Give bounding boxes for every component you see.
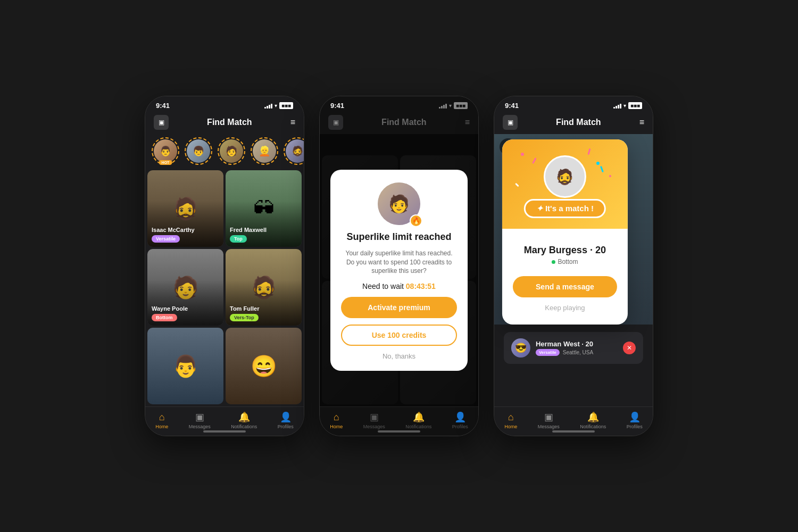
nav-home-3[interactable]: ⌂ Home	[504, 412, 517, 429]
nav-profiles-2[interactable]: 👤 Profiles	[452, 411, 468, 429]
nav-messages-3[interactable]: ▣ Messages	[538, 411, 560, 429]
nav-profiles-1[interactable]: 👤 Profiles	[278, 411, 294, 429]
nav-notifications-3[interactable]: 🔔 Notifications	[580, 411, 606, 429]
grid-card-2[interactable]: 🕶 Fred Maxwell Top	[226, 170, 302, 247]
hot-badge: HOT	[159, 160, 172, 165]
nav-home-2[interactable]: ⌂ Home	[330, 412, 343, 429]
online-dot	[552, 260, 555, 264]
grid-card-4[interactable]: 🧔 Tom Fuller Vers-Top	[226, 249, 302, 326]
herman-sub: Versatile Seattle, USA	[536, 349, 618, 356]
nav-notifications-2[interactable]: 🔔 Notifications	[405, 411, 431, 429]
herman-tag: Versatile	[536, 349, 560, 356]
nav-home-label-2: Home	[330, 424, 343, 429]
nav-profiles-label-3: Profiles	[627, 424, 643, 429]
use-credits-button[interactable]: Use 100 credits	[341, 325, 457, 346]
messages-icon-3: ▣	[544, 411, 553, 423]
menu-icon-2[interactable]: ≡	[465, 118, 470, 127]
grid-icon-2[interactable]: ▣	[328, 115, 343, 130]
app-header-3: ▣ Find Match ≡	[494, 112, 653, 134]
modal-card: 🧑 🔥 Superlike limit reached Your daily s…	[330, 170, 468, 371]
status-icons-3: ▾ ■■■	[613, 102, 642, 109]
signal-icon-3	[613, 103, 621, 109]
home-icon-2: ⌂	[334, 412, 339, 423]
story-item-2[interactable]: 👦	[185, 137, 212, 165]
profile-icon-2: 👤	[454, 411, 466, 423]
modal-description: Your daily superlike limit has reached. …	[341, 249, 457, 276]
home-indicator-2	[378, 430, 420, 433]
story-item-5[interactable]: 🧔	[284, 137, 304, 165]
herman-card[interactable]: 😎 Herman West · 20 Versatile Seattle, US…	[504, 332, 643, 364]
grid-card-1[interactable]: 🧔 Isaac McCarthy Versatile	[147, 170, 223, 247]
nav-home-label-3: Home	[504, 424, 517, 429]
signal-icon-2	[439, 103, 447, 109]
home-icon-3: ⌂	[508, 412, 514, 423]
header-title-3: Find Match	[556, 118, 601, 127]
profile-icon-3: 👤	[629, 411, 641, 423]
story-item-3[interactable]: 🧑	[218, 137, 245, 165]
grid-card-6[interactable]: 😄	[226, 328, 302, 404]
modal-avatar: 🧑 🔥	[378, 182, 420, 225]
match-actions: Send a message Keep playing	[502, 276, 628, 325]
card-tag-3: Bottom	[152, 314, 177, 321]
nav-notifications-label-2: Notifications	[405, 424, 431, 429]
close-icon-herman[interactable]: ✕	[623, 342, 636, 354]
battery-icon-3: ■■■	[628, 102, 642, 109]
nav-home-1[interactable]: ⌂ Home	[155, 412, 168, 429]
nav-messages-label-2: Messages	[363, 424, 385, 429]
status-bar-3: 9:41 ▾ ■■■	[494, 96, 653, 112]
nav-messages-label-1: Messages	[189, 424, 211, 429]
nav-messages-2[interactable]: ▣ Messages	[363, 411, 385, 429]
card-tag-1: Versatile	[152, 235, 180, 243]
profile-icon-1: 👤	[280, 411, 292, 423]
activate-premium-button[interactable]: Activate premium	[341, 297, 457, 318]
menu-icon-1[interactable]: ≡	[290, 118, 295, 127]
header-title-2: Find Match	[381, 118, 426, 127]
no-thanks-button[interactable]: No, thanks	[383, 352, 415, 360]
nav-profiles-label-2: Profiles	[452, 424, 468, 429]
card-tag-4: Vers-Top	[230, 314, 259, 321]
signal-icon	[264, 103, 272, 109]
herman-avatar: 😎	[511, 338, 530, 358]
wifi-icon: ▾	[275, 103, 277, 109]
profile-grid: 🧔 Isaac McCarthy Versatile 🕶 Fred Maxwel…	[145, 168, 304, 406]
keep-playing-button[interactable]: Keep playing	[513, 302, 617, 314]
grid-card-3[interactable]: 🧑 Wayne Poole Bottom	[147, 249, 223, 326]
nav-notifications-1[interactable]: 🔔 Notifications	[231, 411, 257, 429]
phone-2: 9:41 ▾ ■■■ ▣ Find Match ≡	[319, 96, 479, 436]
herman-location: Seattle, USA	[563, 350, 593, 355]
bell-icon-2: 🔔	[413, 411, 425, 423]
nav-notifications-label-1: Notifications	[231, 424, 257, 429]
status-bar-2: 9:41 ▾ ■■■	[320, 96, 478, 112]
bell-icon-3: 🔔	[587, 411, 599, 423]
nav-notifications-label-3: Notifications	[580, 424, 606, 429]
battery-icon-2: ■■■	[454, 102, 468, 109]
battery-icon: ■■■	[279, 102, 293, 109]
status-time-2: 9:41	[330, 102, 344, 110]
story-item-hot[interactable]: 👨 HOT	[152, 137, 179, 165]
menu-icon-3[interactable]: ≡	[639, 118, 644, 127]
bottom-nav-1: ⌂ Home ▣ Messages 🔔 Notifications 👤 Prof…	[145, 406, 304, 436]
card-name-4: Tom Fuller	[230, 305, 259, 312]
phone-1: 9:41 ▾ ■■■ ▣ Find Match ≡ 👨	[145, 96, 304, 436]
timer-value: 08:43:51	[406, 282, 436, 290]
nav-profiles-3[interactable]: 👤 Profiles	[627, 411, 643, 429]
nav-messages-1[interactable]: ▣ Messages	[189, 411, 211, 429]
wait-label: Need to wait	[362, 282, 404, 290]
grid-icon-3[interactable]: ▣	[503, 115, 518, 130]
card-name-2: Fred Maxwell	[230, 227, 267, 233]
herman-name: Herman West · 20	[536, 340, 618, 348]
send-message-button[interactable]: Send a message	[513, 276, 617, 297]
match-name: Mary Burgess · 20	[513, 245, 617, 256]
bottom-nav-3: ⌂ Home ▣ Messages 🔔 Notifications 👤 Prof…	[494, 406, 653, 436]
grid-icon[interactable]: ▣	[154, 115, 169, 130]
card-name-1: Isaac McCarthy	[152, 227, 195, 233]
bell-icon-1: 🔔	[238, 411, 250, 423]
match-role: Bottom	[513, 258, 617, 265]
story-item-4[interactable]: 👱	[251, 137, 278, 165]
nav-profiles-label-1: Profiles	[278, 424, 294, 429]
phone-3: 9:41 ▾ ■■■ ▣ Find Match ≡	[494, 96, 653, 436]
home-indicator-3	[552, 430, 595, 433]
grid-card-5[interactable]: 👨	[147, 328, 223, 404]
app-header-2: ▣ Find Match ≡	[320, 112, 478, 134]
card-tag-2: Top	[230, 235, 247, 243]
